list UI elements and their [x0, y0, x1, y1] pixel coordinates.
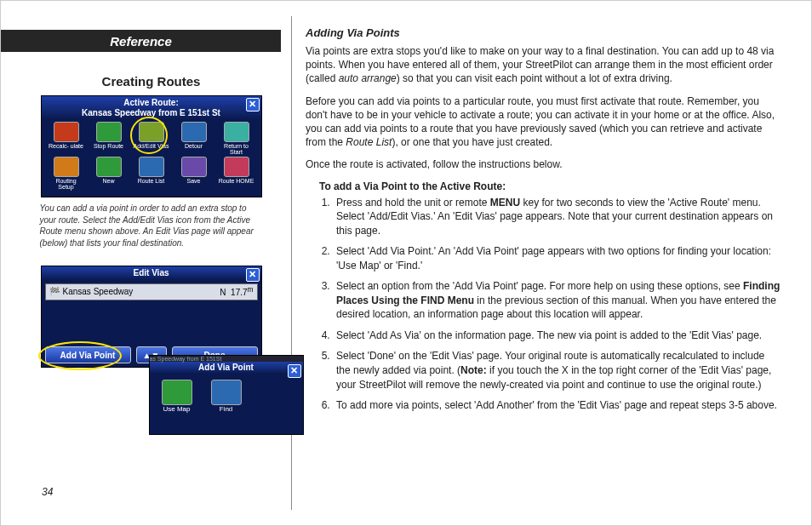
screenshot-caption: You can add a via point in order to add …	[40, 203, 263, 249]
app-glyph-icon	[54, 122, 79, 142]
column-divider	[291, 16, 292, 510]
body-paragraph: Before you can add via points to a parti…	[306, 94, 781, 150]
subsection-heading: Adding Via Points	[306, 26, 781, 39]
screenshot-add-via-point: as Speedway from E 151St Add Via Point ✕…	[149, 355, 304, 435]
screenshot-title: Edit Vias	[42, 266, 261, 280]
page-number: 34	[42, 486, 53, 498]
title-line: Active Route:	[123, 98, 178, 107]
left-column: Reference Creating Routes Active Route: …	[21, 16, 281, 510]
icon-label: Find	[220, 406, 233, 413]
poi-icon: 🏁	[49, 287, 60, 296]
app-glyph-icon	[224, 122, 249, 142]
app-glyph-icon	[162, 380, 192, 405]
menu-icon[interactable]: Return to Start	[218, 122, 255, 155]
right-column: Adding Via Points Via points are extra s…	[302, 16, 781, 510]
menu-icon[interactable]: Detour	[175, 122, 213, 155]
section-title: Creating Routes	[21, 74, 281, 89]
list-item: Select an option from the 'Add Via Point…	[333, 279, 781, 322]
highlight-circle-icon	[38, 341, 122, 370]
menu-icon[interactable]: Routing Setup	[48, 157, 85, 190]
icon-label: Save	[187, 178, 201, 184]
close-icon[interactable]: ✕	[288, 364, 301, 378]
list-item: Select 'Add As Via' on the information p…	[333, 329, 781, 343]
icon-label: Detour	[185, 143, 203, 149]
screenshot-title: Active Route: Kansas Speedway from E 151…	[42, 96, 261, 119]
icon-label: New	[102, 178, 114, 184]
breadcrumb: as Speedway from E 151St	[150, 356, 303, 362]
app-glyph-icon	[181, 122, 207, 142]
manual-page: Reference Creating Routes Active Route: …	[0, 0, 812, 526]
menu-icon[interactable]: Route HOME	[218, 157, 255, 190]
menu-icon[interactable]: Use Map	[158, 380, 196, 413]
menu-icon[interactable]: Find	[208, 380, 245, 413]
list-item: To add more via points, select 'Add Anot…	[333, 398, 781, 413]
list-item: Select 'Add Via Point.' An 'Add Via Poin…	[333, 244, 781, 272]
icon-label: Route List	[138, 178, 165, 184]
close-icon[interactable]: ✕	[246, 268, 260, 282]
icon-label: Routing Setup	[48, 178, 85, 190]
icon-label: Use Map	[163, 406, 190, 413]
instruction-list: Press and hold the unit or remote MENU k…	[333, 196, 781, 413]
body-paragraph: Once the route is activated, follow the …	[306, 157, 781, 171]
highlight-circle-icon	[130, 117, 168, 154]
list-item: Select 'Done' on the 'Edit Vias' page. Y…	[333, 349, 781, 392]
app-glyph-icon	[54, 157, 79, 177]
menu-icon[interactable]: New	[90, 157, 128, 190]
icon-label: Recalc- ulate	[49, 143, 83, 149]
icon-label: Stop Route	[94, 143, 123, 149]
app-glyph-icon	[224, 157, 249, 177]
app-glyph-icon	[211, 380, 242, 405]
row-dir: N	[220, 289, 226, 298]
screenshot-edit-vias: Edit Vias ✕ 🏁Kansas Speedway N 17.7m Add…	[41, 266, 262, 368]
icon-label: Route HOME	[219, 178, 254, 184]
title-line: Kansas Speedway from E 151st St	[82, 108, 220, 117]
body-paragraph: Via points are extra stops you'd like to…	[306, 44, 781, 86]
app-glyph-icon	[96, 122, 122, 142]
reference-header: Reference	[1, 30, 281, 52]
row-label: Kansas Speedway	[63, 287, 134, 296]
screenshot-active-route: Active Route: Kansas Speedway from E 151…	[41, 95, 262, 197]
icon-label: Return to Start	[218, 143, 255, 155]
menu-icon[interactable]: Save	[175, 157, 213, 190]
app-glyph-icon	[139, 157, 164, 177]
list-item: Press and hold the unit or remote MENU k…	[333, 196, 781, 238]
menu-icon[interactable]: Route List	[133, 157, 170, 190]
menu-icon[interactable]: Recalc- ulate	[48, 122, 85, 155]
app-glyph-icon	[181, 157, 207, 177]
screenshot-title: Add Via Point	[150, 362, 303, 374]
close-icon[interactable]: ✕	[246, 98, 260, 111]
menu-icon[interactable]: Stop Route	[90, 122, 128, 155]
icon-grid: Use MapFind	[150, 374, 303, 419]
row-dist: 17.7	[231, 289, 247, 298]
list-heading: To add a Via Point to the Active Route:	[319, 180, 781, 192]
list-item[interactable]: 🏁Kansas Speedway N 17.7m	[45, 283, 258, 300]
row-unit: m	[248, 285, 254, 294]
app-glyph-icon	[96, 157, 122, 177]
